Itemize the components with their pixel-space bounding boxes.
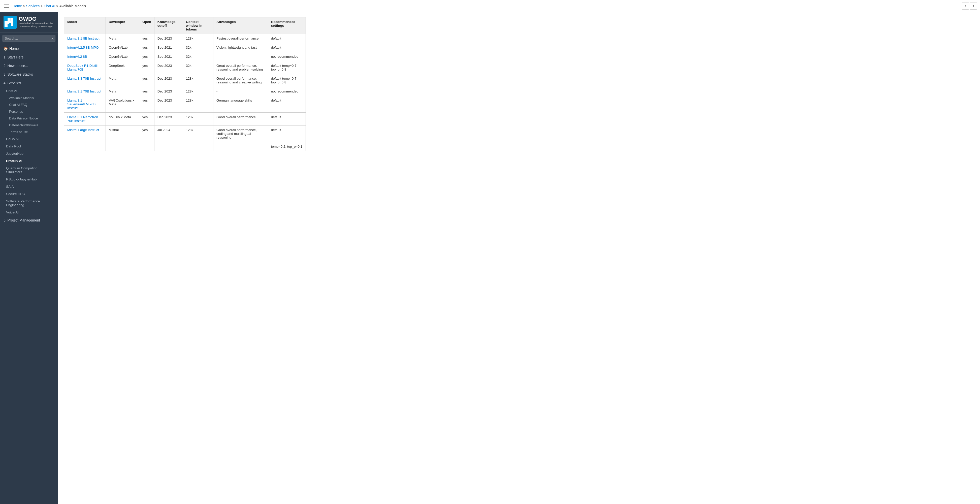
- cell-open: yes: [139, 87, 154, 96]
- model-link[interactable]: InternVL2 8B: [67, 55, 87, 59]
- breadcrumb-home[interactable]: Home: [13, 4, 22, 8]
- sidebar-item-coco-ai[interactable]: CoCo AI: [0, 135, 58, 143]
- main-layout: GWDG Gesellschaft für wissenschaftlicheD…: [0, 12, 980, 504]
- breadcrumb-current: Available Models: [59, 4, 86, 8]
- gwdg-logo-icon: [3, 16, 17, 29]
- cell-open: [139, 142, 154, 151]
- cell-model: InternVL2 8B: [64, 52, 106, 61]
- cell-context-window: 128k: [183, 87, 213, 96]
- nav-next-button[interactable]: [970, 3, 977, 10]
- cell-knowledge-cutoff: Dec 2023: [154, 74, 183, 87]
- sidebar-toggle[interactable]: [3, 3, 10, 10]
- sidebar-item-chat-ai-faq[interactable]: Chat AI FAQ: [0, 101, 58, 108]
- main-content: Model Developer Open Knowledge cutoff Co…: [58, 12, 980, 504]
- table-row: InternVL2 8BOpenGVLabyesSep 202132k-not …: [64, 52, 306, 61]
- breadcrumb-services[interactable]: Services: [26, 4, 40, 8]
- model-link[interactable]: DeepSeek R1 Distill Llama 70B: [67, 64, 97, 71]
- cell-recommended: temp=0.2, top_p=0.1: [268, 142, 305, 151]
- cell-advantages: -: [213, 87, 268, 96]
- cell-developer: Meta: [105, 74, 139, 87]
- model-link[interactable]: Llama 3.1 8B Instruct: [67, 37, 100, 40]
- sidebar-nav: 🏠 Home 1. Start Here 2. How to use... 3.…: [0, 45, 58, 504]
- cell-open: yes: [139, 74, 154, 87]
- sidebar-item-home[interactable]: 🏠 Home: [0, 45, 58, 53]
- cell-advantages: Great overall performance, reasoning and…: [213, 61, 268, 74]
- nav-prev-button[interactable]: [962, 3, 969, 10]
- cell-developer: Mistral: [105, 126, 139, 142]
- search-input[interactable]: [3, 35, 56, 42]
- sidebar-item-jupyterhub[interactable]: JupyterHub: [0, 150, 58, 157]
- cell-knowledge-cutoff: Dec 2023: [154, 96, 183, 113]
- gwdg-subtitle: Gesellschaft für wissenschaftlicheDatenv…: [19, 22, 53, 28]
- sidebar-item-software-perf[interactable]: Software Performance Engineering: [0, 198, 58, 209]
- cell-developer: OpenGVLab: [105, 43, 139, 52]
- cell-model: Llama 3.1 Nemotron 70B Instruct: [64, 113, 106, 126]
- sidebar-section-project-mgmt[interactable]: 5. Project Management: [0, 216, 58, 225]
- model-link[interactable]: Mistral Large Instruct: [67, 128, 99, 132]
- table-row: Llama 3.1 70B InstructMetayesDec 2023128…: [64, 87, 306, 96]
- cell-context-window: 32k: [183, 43, 213, 52]
- cell-knowledge-cutoff: [154, 142, 183, 151]
- cell-context-window: 32k: [183, 61, 213, 74]
- sidebar-item-voice-ai[interactable]: Voice-AI: [0, 209, 58, 216]
- sidebar-item-available-models[interactable]: Available Models: [0, 94, 58, 101]
- search-clear-button[interactable]: ✕: [51, 37, 54, 40]
- cell-advantages: German language skills: [213, 96, 268, 113]
- col-developer: Developer: [105, 18, 139, 34]
- sidebar-item-secure-hpc[interactable]: Secure HPC: [0, 190, 58, 198]
- cell-advantages: Good overall performance, reasoning and …: [213, 74, 268, 87]
- table-row: Mistral Large InstructMistralyesJul 2024…: [64, 126, 306, 142]
- sidebar-item-data-pool[interactable]: Data Pool: [0, 143, 58, 150]
- sidebar-section-services[interactable]: 4. Services: [0, 79, 58, 87]
- breadcrumb-sep-3: >: [56, 4, 58, 8]
- cell-recommended: default: [268, 34, 305, 43]
- cell-developer: OpenGVLab: [105, 52, 139, 61]
- cell-open: yes: [139, 34, 154, 43]
- sidebar-item-rstudio[interactable]: RStudio-JupyterHub: [0, 175, 58, 183]
- cell-model: Llama 3.1 SauerkrautLM 70B Instruct: [64, 96, 106, 113]
- home-icon: 🏠: [3, 46, 8, 51]
- col-advantages: Advantages: [213, 18, 268, 34]
- model-link[interactable]: Llama 3.1 70B Instruct: [67, 89, 101, 93]
- cell-advantages: Good overall performance, coding and mul…: [213, 126, 268, 142]
- cell-knowledge-cutoff: Dec 2023: [154, 61, 183, 74]
- sidebar: GWDG Gesellschaft für wissenschaftlicheD…: [0, 12, 58, 504]
- sidebar-section-software-stacks[interactable]: 3. Software Stacks: [0, 70, 58, 79]
- breadcrumb-chatai[interactable]: Chat AI: [44, 4, 55, 8]
- svg-rect-11: [11, 18, 13, 22]
- models-table: Model Developer Open Knowledge cutoff Co…: [64, 17, 306, 151]
- top-nav: Home > Services > Chat AI > Available Mo…: [0, 0, 980, 12]
- model-link[interactable]: Llama 3.3 70B Instruct: [67, 77, 101, 80]
- cell-advantages: -: [213, 52, 268, 61]
- sidebar-home-label: Home: [10, 46, 19, 51]
- sidebar-item-personas[interactable]: Personas: [0, 108, 58, 115]
- sidebar-section-start-here[interactable]: 1. Start Here: [0, 53, 58, 62]
- cell-developer: Meta: [105, 34, 139, 43]
- col-recommended: Recommended settings: [268, 18, 305, 34]
- cell-advantages: Fastest overall performance: [213, 34, 268, 43]
- cell-developer: NVIDIA x Meta: [105, 113, 139, 126]
- cell-developer: VAGOsolutions x Meta: [105, 96, 139, 113]
- sidebar-item-saia[interactable]: SAIA: [0, 183, 58, 190]
- table-row: Llama 3.3 70B InstructMetayesDec 2023128…: [64, 74, 306, 87]
- sidebar-item-data-privacy-notice[interactable]: Data Privacy Notice: [0, 115, 58, 122]
- sidebar-section-how-to-use[interactable]: 2. How to use...: [0, 62, 58, 70]
- model-link[interactable]: Llama 3.1 SauerkrautLM 70B Instruct: [67, 99, 96, 110]
- svg-rect-12: [11, 21, 13, 26]
- cell-knowledge-cutoff: Jul 2024: [154, 126, 183, 142]
- sidebar-item-protein-ai[interactable]: Protein-AI: [0, 157, 58, 164]
- model-link[interactable]: InternVL2.5 8B MPO: [67, 46, 99, 49]
- sidebar-item-terms-of-use[interactable]: Terms of use: [0, 129, 58, 135]
- sidebar-item-quantum[interactable]: Quantum Computing Simulators: [0, 164, 58, 175]
- cell-open: yes: [139, 43, 154, 52]
- cell-knowledge-cutoff: Sep 2021: [154, 52, 183, 61]
- model-link[interactable]: Llama 3.1 Nemotron 70B Instruct: [67, 115, 98, 123]
- cell-context-window: 128k: [183, 74, 213, 87]
- cell-advantages: [213, 142, 268, 151]
- sidebar-item-datenschutzhinweis[interactable]: Datenschutzhinweis: [0, 122, 58, 129]
- table-row: temp=0.2, top_p=0.1: [64, 142, 306, 151]
- cell-knowledge-cutoff: Dec 2023: [154, 87, 183, 96]
- cell-recommended: default temp=0.7, top_p=0.8: [268, 61, 305, 74]
- gwdg-title: GWDG: [19, 16, 53, 22]
- sidebar-item-chat-ai[interactable]: Chat AI: [0, 87, 58, 94]
